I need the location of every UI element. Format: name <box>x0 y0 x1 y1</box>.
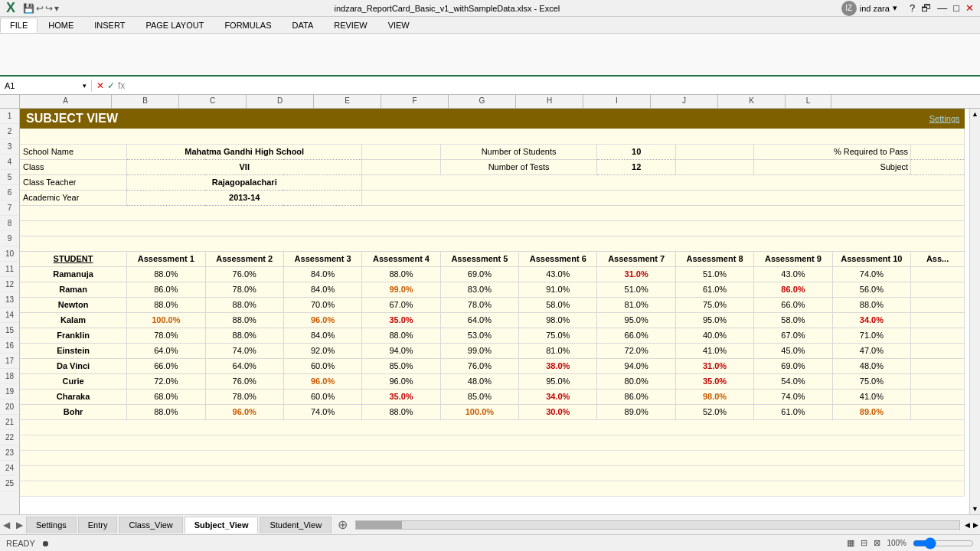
cell-fr-a9: 67.0% <box>754 328 832 343</box>
name-box[interactable]: A1 ▾ <box>0 80 92 92</box>
restore-window-icon[interactable]: 🗗 <box>921 2 931 14</box>
name-box-dropdown-icon[interactable]: ▾ <box>83 82 87 90</box>
row-num-16: 16 <box>0 338 19 354</box>
ribbon-content <box>0 34 980 77</box>
empty-row-2 <box>20 129 965 144</box>
settings-link-cell[interactable]: Settings <box>911 109 965 129</box>
cell-ch-a7: 86.0% <box>597 389 675 404</box>
col-header-J: J <box>651 95 718 108</box>
quick-access-toolbar[interactable]: 💾 ↩ ↪ ▾ <box>23 3 59 14</box>
cell-nt-a3: 70.0% <box>283 297 361 312</box>
student-bohr: Bohr <box>20 404 127 419</box>
col-header-G: G <box>449 95 516 108</box>
window-controls-left: X 💾 ↩ ↪ ▾ <box>6 0 59 16</box>
row-num-17: 17 <box>0 354 19 369</box>
table-row: Franklin 78.0% 88.0% 84.0% 88.0% 53.0% 7… <box>20 328 965 343</box>
tab-page-layout[interactable]: PAGE LAYOUT <box>136 18 214 33</box>
view-break-icon[interactable]: ⊠ <box>874 538 880 548</box>
tab-data[interactable]: DATA <box>283 18 324 33</box>
save-icon[interactable]: 💾 <box>23 3 34 14</box>
scroll-down-icon[interactable]: ▼ <box>970 504 980 514</box>
h-scroll-thumb[interactable] <box>356 521 402 529</box>
h-scroll-right-icon[interactable]: ▶ <box>972 521 980 529</box>
cell-bh-a2: 96.0% <box>205 404 283 419</box>
minimize-icon[interactable]: — <box>937 2 947 14</box>
cell-ei-a2: 74.0% <box>205 343 283 358</box>
col-header-D: D <box>247 95 314 108</box>
cell-ch-a9: 74.0% <box>754 389 832 404</box>
cell-ch-a3: 60.0% <box>283 389 361 404</box>
status-bar: READY ⏺ ▦ ⊟ ⊠ 100% <box>0 534 980 551</box>
user-name: ind zara <box>860 4 890 13</box>
redo-icon[interactable]: ↪ <box>45 3 53 14</box>
spreadsheet-area: A B C D E F G H I J K L 1 2 3 4 5 6 7 8 … <box>0 95 980 514</box>
empty-6-rest <box>362 190 965 205</box>
cell-dv-a6: 38.0% <box>519 358 597 373</box>
cell-bh-a4: 88.0% <box>362 404 440 419</box>
tab-view[interactable]: VIEW <box>378 18 420 33</box>
zoom-slider[interactable] <box>913 537 974 549</box>
table-row: Ramanuja 88.0% 76.0% 84.0% 88.0% 69.0% 4… <box>20 266 965 282</box>
cell-cu-a4: 96.0% <box>362 373 440 389</box>
user-area[interactable]: IZ ind zara ▾ <box>835 1 903 16</box>
cell-fr-a10: 71.0% <box>832 328 910 343</box>
close-icon[interactable]: ✕ <box>965 2 974 14</box>
tab-review[interactable]: REVIEW <box>324 18 377 33</box>
h-scroll-left-icon[interactable]: ◀ <box>963 521 972 529</box>
settings-link[interactable]: Settings <box>929 114 960 123</box>
row-num-25: 25 <box>0 476 19 491</box>
help-icon[interactable]: ? <box>910 2 915 14</box>
add-sheet-button[interactable]: ⊕ <box>333 517 352 532</box>
cell-bh-a11 <box>911 404 965 419</box>
tab-file[interactable]: FILE <box>0 18 38 33</box>
tab-formulas[interactable]: FORMULAS <box>214 18 281 33</box>
num-tests-value: 12 <box>597 159 675 174</box>
vertical-scrollbar[interactable]: ▲ ▼ <box>969 109 980 514</box>
tab-insert[interactable]: INSERT <box>84 18 135 33</box>
sheet-nav-right[interactable]: ▶ <box>13 520 26 530</box>
sheet-tab-student-view[interactable]: Student_View <box>260 517 332 533</box>
undo-icon[interactable]: ↩ <box>36 3 44 14</box>
cell-cu-a2: 76.0% <box>205 373 283 389</box>
user-dropdown-icon[interactable]: ▾ <box>893 3 897 13</box>
row-num-8: 8 <box>0 216 19 231</box>
cell-ch-a6: 34.0% <box>519 389 597 404</box>
row-num-1: 1 <box>0 109 19 124</box>
cell-r-a3: 84.0% <box>283 266 361 282</box>
zoom-level: 100% <box>887 539 906 547</box>
col-header-K: K <box>718 95 786 108</box>
horizontal-scrollbar[interactable] <box>355 520 960 530</box>
cell-dv-a5: 76.0% <box>440 358 518 373</box>
col-a11-header: Ass... <box>911 251 965 266</box>
cell-fr-a1: 78.0% <box>127 328 205 343</box>
cell-fr-a4: 88.0% <box>362 328 440 343</box>
formula-input[interactable] <box>129 80 980 92</box>
cancel-formula-icon[interactable]: ✕ <box>96 80 104 91</box>
cell-bh-a9: 61.0% <box>754 404 832 419</box>
col-header-I: I <box>583 95 651 108</box>
maximize-icon[interactable]: □ <box>953 2 959 14</box>
sheet-nav-left[interactable]: ◀ <box>0 520 13 530</box>
empty-row-24 <box>20 465 965 481</box>
tab-home[interactable]: HOME <box>38 18 83 33</box>
insert-function-icon[interactable]: fx <box>118 80 125 91</box>
sheet-tab-class-view[interactable]: Class_View <box>119 517 182 533</box>
sheet-tab-settings[interactable]: Settings <box>26 517 77 533</box>
table-row: School Name Mahatma Gandhi High School N… <box>20 144 965 159</box>
student-curie: Curie <box>20 373 127 389</box>
sheet-tab-subject-view[interactable]: Subject_View <box>185 517 259 533</box>
formula-bar: A1 ▾ ✕ ✓ fx <box>0 77 980 95</box>
macro-record-icon[interactable]: ⏺ <box>41 539 50 548</box>
scroll-up-icon[interactable]: ▲ <box>970 109 980 119</box>
view-layout-icon[interactable]: ⊟ <box>861 538 867 548</box>
cell-fr-a3: 84.0% <box>283 328 361 343</box>
cell-ei-a9: 45.0% <box>754 343 832 358</box>
confirm-formula-icon[interactable]: ✓ <box>107 80 115 91</box>
sheet-tab-entry[interactable]: Entry <box>78 517 118 533</box>
view-normal-icon[interactable]: ▦ <box>847 538 854 548</box>
cell-dv-a10: 48.0% <box>832 358 910 373</box>
col-a3-header: Assessment 3 <box>283 251 361 266</box>
cell-dv-a9: 69.0% <box>754 358 832 373</box>
row-numbers: 1 2 3 4 5 6 7 8 9 10 11 12 13 14 15 16 1… <box>0 109 20 514</box>
col-header-B: B <box>112 95 179 108</box>
